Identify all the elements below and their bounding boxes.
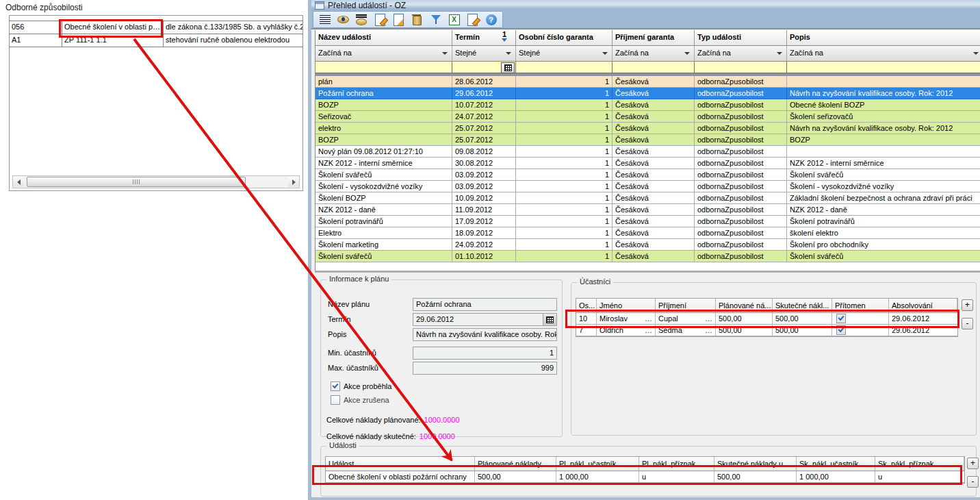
participants-column-header[interactable]: Jméno [597, 299, 656, 312]
participant-row[interactable]: 7Oldřich…Sedma…500,00500,0029.06.2012 [576, 325, 957, 336]
search-input-cell[interactable] [612, 62, 695, 73]
participants-column-header[interactable]: Skutečné nákl... [773, 299, 832, 312]
ellipsis-button[interactable]: … [645, 326, 652, 334]
grid-column-header[interactable]: Osobní číslo garanta [516, 30, 612, 45]
scroll-right-button[interactable] [288, 177, 299, 187]
window-titlebar[interactable]: Přehled událostí - OZ [311, 0, 980, 10]
grid-row[interactable]: Požární ochrana29.06.20121Česákováodborn… [315, 88, 980, 99]
remove-participant-button[interactable]: - [962, 318, 973, 329]
scroll-left-button[interactable] [13, 177, 24, 187]
grid-cell-garant: Česáková [612, 239, 695, 251]
filter-dropdown[interactable]: Začíná na [612, 46, 695, 61]
grid-column-header[interactable]: Název události [315, 30, 452, 45]
scrollbar-thumb[interactable] [27, 177, 246, 187]
participants-column-header[interactable]: Plánované ná... [716, 299, 773, 312]
action-held-checkbox[interactable] [331, 382, 340, 391]
participants-column-header[interactable]: Přítomen [832, 299, 889, 312]
grid-cell-num: 1 [516, 134, 612, 146]
horizontal-scrollbar[interactable] [12, 175, 300, 188]
filter-button[interactable] [426, 12, 445, 27]
excel-export-button[interactable] [445, 12, 463, 27]
grid-row[interactable]: Seřizovač24.07.20121ČesákováodbornaZpuso… [315, 111, 980, 123]
plan-info-groupbox: Informace k plánu Název plánu Požární oc… [320, 279, 563, 437]
add-participant-button[interactable]: + [962, 299, 973, 311]
grid-cell-name: NZK 2012 - daně [315, 204, 452, 216]
filter-dropdown[interactable]: Stejné [452, 46, 516, 61]
edit-record-button[interactable] [389, 12, 408, 27]
search-input-cell[interactable] [695, 62, 787, 73]
filter-dropdown[interactable]: Začíná na [315, 46, 452, 61]
participants-column-header[interactable]: Absolvování [889, 299, 957, 312]
grid-row[interactable]: NZK 2012 - daně11.09.20121Česákováodborn… [315, 204, 980, 216]
calendar-icon [546, 316, 554, 323]
events-column-header[interactable]: Plánované náklady ... [475, 457, 556, 471]
grid-cell-type: odbornaZpusobilost [695, 146, 787, 158]
grid-row[interactable]: Školení marketing24.09.20121Česákováodbo… [315, 239, 980, 251]
action-cancelled-checkbox[interactable] [331, 395, 340, 405]
grid-row[interactable]: plán28.06.20121ČesákováodbornaZpusobilos… [315, 76, 980, 88]
cell-code: A1 [10, 34, 62, 47]
plan-name-field[interactable]: Požární ochrana [413, 298, 557, 311]
table-row[interactable]: A1 ZP 111-1 1.1 stehování ručně obalenou… [10, 34, 302, 47]
edit-notes-button[interactable] [463, 12, 482, 27]
grid-row[interactable]: Elektro18.09.20121ČesákováodbornaZpusobi… [315, 227, 980, 239]
view-button[interactable] [334, 12, 352, 27]
grid-column-header[interactable]: Termín1 [452, 30, 516, 45]
filter-dropdown[interactable]: Stejné [516, 46, 612, 61]
max-participants-field[interactable]: 999 [413, 362, 557, 375]
min-participants-field[interactable]: 1 [413, 347, 557, 360]
grid-row[interactable]: Školení potravinářů17.09.20121Česákováod… [315, 216, 980, 227]
checkbox-row: Akce zrušena [331, 395, 389, 405]
ellipsis-button[interactable]: … [705, 314, 712, 323]
grid-row[interactable]: BOZP25.07.20121ČesákováodbornaZpusobilos… [315, 134, 980, 146]
delete-button[interactable] [408, 12, 426, 27]
search-input-cell[interactable] [787, 62, 980, 73]
grid-row[interactable]: Školení BOZP10.09.20121ČesákováodbornaZp… [315, 192, 980, 204]
participants-column-header[interactable]: Příjmení [656, 299, 716, 312]
add-event-button[interactable]: + [967, 458, 979, 469]
events-column-header[interactable]: Pl. nákl. příznak [639, 457, 714, 471]
table-row[interactable]: 056 Obecné školení v oblasti p… dle záko… [10, 21, 302, 34]
rows-button[interactable] [315, 12, 334, 27]
calendar-button[interactable] [543, 314, 556, 325]
plan-date-field[interactable]: 29.06.2012 [413, 313, 557, 326]
events-column-header[interactable]: Sk. nákl. učastník [797, 457, 875, 471]
plan-desc-field[interactable]: Návrh na zvyšování kvalifikace osoby. Ro… [413, 328, 557, 341]
events-column-header[interactable]: Sk. nákl. příznak [875, 457, 964, 471]
grid-cell-date: 03.09.2012 [452, 181, 516, 192]
search-input-cell[interactable] [452, 62, 516, 73]
remove-event-button[interactable]: - [967, 476, 979, 488]
filter-dropdown[interactable]: Začíná na [787, 46, 980, 61]
events-column-header[interactable]: Skutečné náklady u... [714, 457, 797, 471]
view-columns-button[interactable] [352, 12, 371, 27]
grid-row[interactable]: Školení svářečů03.09.20121Česákováodborn… [315, 169, 980, 181]
present-checkbox[interactable] [836, 314, 846, 323]
grid-row[interactable]: NZK 2012 - interní směrnice30.08.20121Če… [315, 158, 980, 169]
event-row[interactable]: Obecné školení v oblasti požární ochrany… [326, 471, 964, 483]
grid-cell-desc: Návrh na zvyšování kvalifikace osoby. Ro… [787, 123, 980, 134]
events-column-header[interactable]: Událost [326, 457, 475, 471]
calendar-button[interactable] [501, 62, 515, 73]
grid-column-header[interactable]: Popis [787, 30, 980, 45]
participants-column-header[interactable]: Os... [576, 299, 597, 312]
help-button[interactable] [482, 12, 500, 27]
grid-row[interactable]: Nový plán 09.08.2012 01:27:1009.08.20121… [315, 146, 980, 158]
total-label: Celkové náklady plánované: [326, 416, 421, 424]
events-column-header[interactable]: Pl. nákl. učastník [556, 457, 639, 471]
participant-row[interactable]: 10Miroslav…Cupal…500,00500,0029.06.2012 [576, 313, 957, 325]
grid-row[interactable]: BOZP10.07.20121ČesákováodbornaZpusobilos… [315, 99, 980, 111]
grid-column-header[interactable]: Příjmení garanta [612, 30, 695, 45]
grid-row[interactable]: Školení svářečů01.10.20121Česákováodborn… [315, 251, 980, 262]
ellipsis-button[interactable]: … [645, 314, 652, 323]
cell-pritomen [832, 325, 889, 336]
present-checkbox[interactable] [836, 325, 846, 335]
grid-row[interactable]: Školení - vysokozdvižné vozíky03.09.2012… [315, 181, 980, 192]
grid-column-header[interactable]: Typ události [695, 30, 787, 45]
ellipsis-button[interactable]: … [705, 326, 712, 334]
grid-cell-desc: Školení svářečů [787, 251, 980, 262]
grid-row[interactable]: elektro25.07.20121ČesákováodbornaZpusobi… [315, 123, 980, 134]
new-record-button[interactable] [371, 12, 389, 27]
filter-dropdown[interactable]: Začíná na [695, 46, 787, 61]
search-input-cell[interactable] [315, 62, 452, 73]
search-input-cell[interactable] [516, 62, 612, 73]
